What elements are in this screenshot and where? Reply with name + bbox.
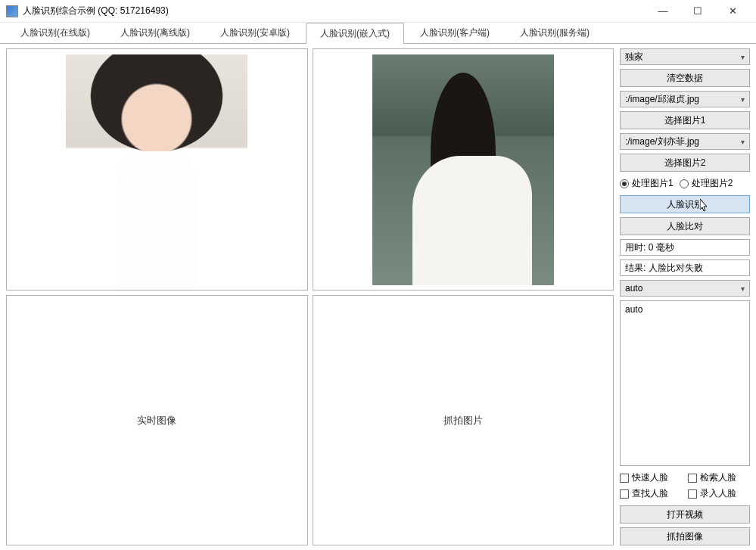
mode-combo[interactable]: auto	[620, 280, 750, 297]
image-panels: 实时图像 抓拍图片	[6, 48, 614, 545]
checkbox-icon	[688, 474, 697, 483]
radio-process-image1[interactable]: 处理图片1	[620, 177, 674, 190]
radio-dot-icon	[620, 179, 629, 188]
open-video-button[interactable]: 打开视频	[620, 505, 750, 524]
check2-label: 检索人脸	[700, 471, 736, 484]
realtime-panel: 实时图像	[6, 295, 308, 545]
tab-bar: 人脸识别(在线版) 人脸识别(离线版) 人脸识别(安卓版) 人脸识别(嵌入式) …	[0, 23, 756, 44]
image2-portrait	[372, 54, 554, 285]
tab-embedded[interactable]: 人脸识别(嵌入式)	[306, 23, 404, 44]
log-textarea[interactable]: auto	[620, 300, 750, 466]
checkbox-grid: 快速人脸 检索人脸 查找人脸 录入人脸	[620, 470, 750, 502]
tab-server[interactable]: 人脸识别(服务端)	[506, 22, 604, 43]
image2-path-combo[interactable]: :/image/刘亦菲.jpg	[620, 133, 750, 150]
clear-data-button[interactable]: 清空数据	[620, 69, 750, 87]
capture-panel: 抓拍图片	[313, 295, 614, 545]
capture-label: 抓拍图片	[443, 414, 483, 427]
window-title: 人脸识别综合示例 (QQ: 517216493)	[23, 5, 646, 17]
image2-display	[313, 48, 614, 291]
checkbox-icon	[620, 489, 629, 499]
tab-android[interactable]: 人脸识别(安卓版)	[206, 22, 304, 43]
control-sidebar: 独家 清空数据 :/image/邱淑贞.jpg 选择图片1 :/image/刘亦…	[620, 48, 750, 545]
check3-label: 查找人脸	[632, 487, 668, 500]
minimize-button[interactable]: —	[646, 0, 680, 23]
check-search-face[interactable]: 检索人脸	[688, 471, 750, 484]
checkbox-icon	[620, 474, 629, 483]
result-field: 结果: 人脸比对失败	[620, 259, 750, 276]
check-enroll-face[interactable]: 录入人脸	[688, 487, 750, 500]
check1-label: 快速人脸	[632, 471, 668, 484]
titlebar: 人脸识别综合示例 (QQ: 517216493) — ☐ ✕	[0, 0, 756, 23]
face-recognition-button[interactable]: 人脸识别	[620, 195, 750, 213]
face-recognition-label: 人脸识别	[667, 198, 703, 211]
select-image1-button[interactable]: 选择图片1	[620, 111, 750, 129]
check4-label: 录入人脸	[700, 487, 736, 500]
tab-online[interactable]: 人脸识别(在线版)	[6, 22, 104, 43]
radio-process-image2[interactable]: 处理图片2	[680, 177, 733, 190]
radio1-label: 处理图片1	[632, 177, 674, 190]
image1-path-combo[interactable]: :/image/邱淑贞.jpg	[620, 91, 750, 107]
content-area: 实时图像 抓拍图片 独家 清空数据 :/image/邱淑贞.jpg 选择图片1 …	[0, 44, 756, 550]
image1-display	[6, 48, 308, 291]
capture-image-button[interactable]: 抓拍图像	[620, 527, 750, 545]
app-icon	[6, 5, 18, 17]
radio-dot-icon	[680, 179, 689, 188]
realtime-label: 实时图像	[137, 414, 176, 427]
tab-offline[interactable]: 人脸识别(离线版)	[106, 22, 204, 43]
time-elapsed-field: 用时: 0 毫秒	[620, 239, 750, 256]
close-button[interactable]: ✕	[715, 0, 750, 23]
source-combo[interactable]: 独家	[620, 48, 750, 65]
window-controls: — ☐ ✕	[646, 0, 750, 23]
check-find-face[interactable]: 查找人脸	[620, 487, 682, 500]
select-image2-button[interactable]: 选择图片2	[620, 154, 750, 172]
tab-client[interactable]: 人脸识别(客户端)	[406, 22, 504, 43]
image1-portrait	[66, 54, 247, 285]
maximize-button[interactable]: ☐	[680, 0, 715, 23]
face-compare-button[interactable]: 人脸比对	[620, 217, 750, 235]
check-fast-face[interactable]: 快速人脸	[620, 471, 682, 484]
process-radio-group: 处理图片1 处理图片2	[620, 176, 750, 191]
radio2-label: 处理图片2	[692, 177, 733, 190]
checkbox-icon	[688, 489, 697, 499]
